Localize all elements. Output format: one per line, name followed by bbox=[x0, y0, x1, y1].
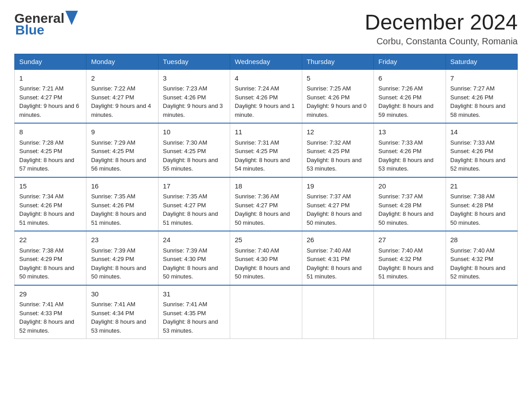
daylight-label: Daylight: 8 hours and 50 minutes. bbox=[19, 265, 74, 280]
calendar-empty-cell bbox=[446, 285, 517, 339]
day-number: 21 bbox=[450, 181, 513, 192]
day-number: 10 bbox=[163, 127, 225, 137]
day-number: 24 bbox=[163, 235, 225, 245]
sunset-label: Sunset: 4:30 PM bbox=[163, 256, 206, 262]
sunrise-label: Sunrise: 7:26 AM bbox=[378, 85, 423, 92]
sunrise-label: Sunrise: 7:41 AM bbox=[163, 301, 207, 308]
calendar-header-thursday: Thursday bbox=[302, 54, 373, 69]
day-number: 22 bbox=[19, 235, 82, 245]
sunset-label: Sunset: 4:28 PM bbox=[450, 202, 493, 209]
calendar-week-row: 8Sunrise: 7:28 AMSunset: 4:25 PMDaylight… bbox=[15, 123, 518, 177]
daylight-label: Daylight: 8 hours and 51 minutes. bbox=[91, 210, 146, 226]
daylight-label: Daylight: 8 hours and 53 minutes. bbox=[163, 318, 218, 334]
sunset-label: Sunset: 4:32 PM bbox=[378, 256, 421, 262]
day-number: 6 bbox=[378, 73, 441, 84]
sunset-label: Sunset: 4:27 PM bbox=[19, 94, 62, 101]
daylight-label: Daylight: 8 hours and 51 minutes. bbox=[378, 265, 433, 280]
location-subtitle: Corbu, Constanta County, Romania bbox=[365, 36, 518, 47]
sunset-label: Sunset: 4:26 PM bbox=[163, 94, 206, 101]
calendar-day-cell: 17Sunrise: 7:35 AMSunset: 4:27 PMDayligh… bbox=[158, 177, 230, 231]
day-number: 3 bbox=[163, 73, 225, 84]
daylight-label: Daylight: 8 hours and 50 minutes. bbox=[235, 265, 290, 280]
sunrise-label: Sunrise: 7:34 AM bbox=[19, 193, 64, 200]
sunrise-label: Sunrise: 7:33 AM bbox=[378, 139, 423, 146]
sunset-label: Sunset: 4:35 PM bbox=[163, 310, 206, 317]
daylight-label: Daylight: 8 hours and 52 minutes. bbox=[450, 265, 506, 280]
sunrise-label: Sunrise: 7:25 AM bbox=[307, 85, 351, 92]
calendar-day-cell: 4Sunrise: 7:24 AMSunset: 4:26 PMDaylight… bbox=[230, 69, 302, 124]
calendar-week-row: 1Sunrise: 7:21 AMSunset: 4:27 PMDaylight… bbox=[15, 69, 518, 124]
sunset-label: Sunset: 4:25 PM bbox=[163, 148, 206, 154]
day-number: 13 bbox=[378, 127, 441, 137]
daylight-label: Daylight: 8 hours and 50 minutes. bbox=[163, 265, 218, 280]
sunrise-label: Sunrise: 7:30 AM bbox=[163, 139, 207, 146]
day-number: 2 bbox=[91, 73, 153, 84]
day-number: 26 bbox=[307, 235, 369, 245]
calendar-day-cell: 23Sunrise: 7:39 AMSunset: 4:29 PMDayligh… bbox=[86, 231, 158, 285]
sunset-label: Sunset: 4:29 PM bbox=[91, 256, 134, 262]
calendar-day-cell: 19Sunrise: 7:37 AMSunset: 4:27 PMDayligh… bbox=[302, 177, 373, 231]
day-number: 29 bbox=[19, 289, 82, 300]
calendar-day-cell: 8Sunrise: 7:28 AMSunset: 4:25 PMDaylight… bbox=[15, 123, 86, 177]
day-number: 27 bbox=[378, 235, 441, 245]
daylight-label: Daylight: 9 hours and 3 minutes. bbox=[163, 103, 223, 118]
sunrise-label: Sunrise: 7:22 AM bbox=[91, 85, 135, 92]
sunrise-label: Sunrise: 7:35 AM bbox=[163, 193, 207, 200]
sunset-label: Sunset: 4:26 PM bbox=[378, 148, 421, 154]
calendar-header-row: SundayMondayTuesdayWednesdayThursdayFrid… bbox=[15, 54, 518, 69]
daylight-label: Daylight: 8 hours and 53 minutes. bbox=[91, 318, 146, 334]
daylight-label: Daylight: 8 hours and 52 minutes. bbox=[450, 157, 506, 172]
daylight-label: Daylight: 9 hours and 1 minute. bbox=[235, 103, 295, 118]
sunrise-label: Sunrise: 7:28 AM bbox=[19, 139, 64, 146]
calendar-day-cell: 20Sunrise: 7:37 AMSunset: 4:28 PMDayligh… bbox=[374, 177, 446, 231]
day-number: 9 bbox=[91, 127, 153, 137]
day-number: 25 bbox=[235, 235, 297, 245]
daylight-label: Daylight: 8 hours and 58 minutes. bbox=[450, 103, 506, 118]
day-number: 1 bbox=[19, 73, 82, 84]
day-number: 14 bbox=[450, 127, 513, 137]
calendar-week-row: 29Sunrise: 7:41 AMSunset: 4:33 PMDayligh… bbox=[15, 285, 518, 339]
sunset-label: Sunset: 4:28 PM bbox=[378, 202, 421, 209]
sunset-label: Sunset: 4:26 PM bbox=[450, 148, 493, 154]
sunset-label: Sunset: 4:30 PM bbox=[235, 256, 278, 262]
calendar-header-saturday: Saturday bbox=[446, 54, 517, 69]
day-number: 17 bbox=[163, 181, 225, 192]
sunset-label: Sunset: 4:26 PM bbox=[19, 202, 62, 209]
sunset-label: Sunset: 4:26 PM bbox=[235, 94, 278, 101]
calendar-day-cell: 13Sunrise: 7:33 AMSunset: 4:26 PMDayligh… bbox=[374, 123, 446, 177]
sunset-label: Sunset: 4:26 PM bbox=[378, 94, 421, 101]
day-number: 15 bbox=[19, 181, 82, 192]
sunset-label: Sunset: 4:31 PM bbox=[307, 256, 350, 262]
day-number: 11 bbox=[235, 127, 297, 137]
logo: General Blue bbox=[14, 11, 78, 38]
day-number: 4 bbox=[235, 73, 297, 84]
sunrise-label: Sunrise: 7:37 AM bbox=[307, 193, 351, 200]
sunrise-label: Sunrise: 7:37 AM bbox=[378, 193, 423, 200]
calendar-day-cell: 14Sunrise: 7:33 AMSunset: 4:26 PMDayligh… bbox=[446, 123, 517, 177]
sunset-label: Sunset: 4:32 PM bbox=[450, 256, 493, 262]
sunrise-label: Sunrise: 7:23 AM bbox=[163, 85, 207, 92]
sunrise-label: Sunrise: 7:40 AM bbox=[235, 247, 279, 254]
day-number: 8 bbox=[19, 127, 82, 137]
calendar-day-cell: 6Sunrise: 7:26 AMSunset: 4:26 PMDaylight… bbox=[374, 69, 446, 124]
calendar-week-row: 15Sunrise: 7:34 AMSunset: 4:26 PMDayligh… bbox=[15, 177, 518, 231]
calendar-empty-cell bbox=[230, 285, 302, 339]
calendar-day-cell: 30Sunrise: 7:41 AMSunset: 4:34 PMDayligh… bbox=[86, 285, 158, 339]
calendar-day-cell: 12Sunrise: 7:32 AMSunset: 4:25 PMDayligh… bbox=[302, 123, 373, 177]
sunset-label: Sunset: 4:26 PM bbox=[307, 94, 350, 101]
day-number: 28 bbox=[450, 235, 513, 245]
calendar-empty-cell bbox=[302, 285, 373, 339]
daylight-label: Daylight: 9 hours and 0 minutes. bbox=[307, 103, 367, 118]
calendar-day-cell: 25Sunrise: 7:40 AMSunset: 4:30 PMDayligh… bbox=[230, 231, 302, 285]
calendar-day-cell: 26Sunrise: 7:40 AMSunset: 4:31 PMDayligh… bbox=[302, 231, 373, 285]
calendar-header-monday: Monday bbox=[86, 54, 158, 69]
day-number: 20 bbox=[378, 181, 441, 192]
sunrise-label: Sunrise: 7:31 AM bbox=[235, 139, 279, 146]
calendar-day-cell: 3Sunrise: 7:23 AMSunset: 4:26 PMDaylight… bbox=[158, 69, 230, 124]
daylight-label: Daylight: 8 hours and 50 minutes. bbox=[378, 210, 433, 226]
title-block: December 2024 Corbu, Constanta County, R… bbox=[365, 11, 518, 47]
sunrise-label: Sunrise: 7:41 AM bbox=[19, 301, 64, 308]
sunset-label: Sunset: 4:25 PM bbox=[307, 148, 350, 154]
calendar-day-cell: 24Sunrise: 7:39 AMSunset: 4:30 PMDayligh… bbox=[158, 231, 230, 285]
calendar-empty-cell bbox=[374, 285, 446, 339]
